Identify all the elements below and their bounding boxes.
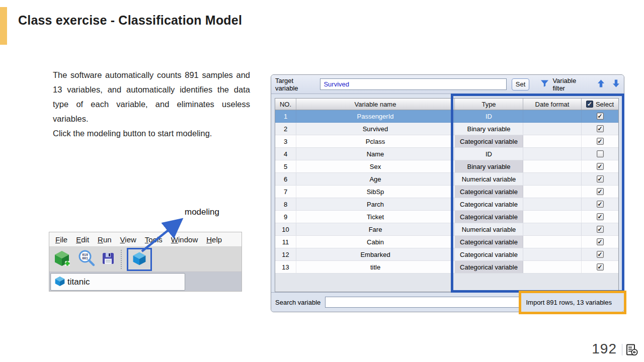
variable-type: Binary variable (455, 123, 523, 135)
table-row[interactable]: 3PclassCategorical variable (275, 135, 618, 148)
menu-run[interactable]: Run (98, 235, 112, 244)
variable-filter-label: Variable filter (552, 77, 588, 92)
row-select-checkbox[interactable] (597, 238, 604, 245)
row-number: 3 (275, 135, 296, 147)
select-cell (582, 261, 618, 273)
date-format-cell (523, 148, 582, 160)
table-row[interactable]: 8ParchCategorical variable (275, 198, 618, 211)
body-paragraph-2: Click the modeling button to start model… (53, 126, 250, 141)
row-select-checkbox[interactable] (597, 138, 604, 145)
col-header-select[interactable]: Select (582, 99, 618, 110)
svg-text:001: 001 (82, 256, 88, 260)
row-number: 1 (275, 110, 296, 122)
select-cell (582, 198, 618, 210)
row-number: 8 (275, 198, 296, 210)
variable-name: Age (296, 173, 455, 185)
row-number: 4 (275, 148, 296, 160)
row-select-checkbox[interactable] (597, 113, 604, 120)
variable-name: Ticket (296, 211, 455, 223)
table-row[interactable]: 9TicketCategorical variable (275, 211, 618, 223)
menu-edit[interactable]: Edit (76, 235, 89, 244)
date-format-cell (523, 135, 582, 147)
variable-name: PassengerId (296, 110, 455, 122)
row-select-checkbox[interactable] (597, 251, 604, 258)
variable-name: Sex (296, 160, 455, 172)
menu-view[interactable]: View (120, 235, 136, 244)
data-preview-magnifier-icon[interactable]: 010 001 (77, 249, 96, 269)
select-cell (582, 160, 618, 172)
variable-type: Categorical variable (455, 248, 523, 260)
col-header-variable-name[interactable]: Variable name (296, 99, 455, 110)
variable-name: title (296, 261, 455, 273)
select-cell (582, 123, 618, 135)
row-select-checkbox[interactable] (597, 226, 604, 233)
variable-type: Categorical variable (455, 261, 523, 273)
select-cell (582, 148, 618, 160)
table-row[interactable]: 6AgeNumerical variable (275, 173, 618, 186)
move-up-arrow-icon[interactable] (597, 79, 605, 89)
date-format-cell (523, 173, 582, 185)
table-row[interactable]: 10FareNumerical variable (275, 223, 618, 236)
table-row[interactable]: 7SibSpCategorical variable (275, 186, 618, 198)
toolbar-separator (121, 250, 122, 269)
row-select-checkbox[interactable] (597, 188, 604, 195)
filter-funnel-icon[interactable] (540, 79, 549, 89)
search-variable-input[interactable] (325, 297, 521, 308)
table-row[interactable]: 4NameID (275, 148, 618, 160)
row-select-checkbox[interactable] (597, 150, 604, 157)
variable-type: Numerical variable (455, 173, 523, 185)
select-all-checkbox[interactable] (586, 101, 593, 108)
date-format-cell (523, 223, 582, 235)
tab-titanic[interactable]: titanic (50, 273, 185, 291)
menu-file[interactable]: File (55, 235, 67, 244)
select-cell (582, 110, 618, 122)
table-row[interactable]: 13titleCategorical variable (275, 261, 618, 274)
modeling-annotation-arrow (137, 216, 187, 255)
date-format-cell (523, 123, 582, 135)
select-cell (582, 223, 618, 235)
body-text: The software automatically counts 891 sa… (53, 68, 250, 141)
variable-config-window: Target variable Set Variable filter NO. … (271, 74, 624, 312)
move-down-arrow-icon[interactable] (612, 79, 620, 89)
row-select-checkbox[interactable] (597, 263, 604, 270)
row-number: 9 (275, 211, 296, 223)
row-select-checkbox[interactable] (597, 201, 604, 208)
col-header-type[interactable]: Type (455, 99, 523, 110)
col-header-date-format[interactable]: Date format (523, 99, 582, 110)
target-variable-input[interactable] (320, 78, 506, 90)
set-button[interactable]: Set (512, 78, 530, 90)
title-accent-bar (0, 7, 7, 45)
menu-help[interactable]: Help (206, 235, 222, 244)
select-cell (582, 135, 618, 147)
variable-type: ID (455, 148, 523, 160)
save-floppy-icon[interactable] (102, 252, 115, 267)
variable-name: Pclass (296, 135, 455, 147)
page-title: Class exercise - Classification Model (18, 13, 242, 28)
row-select-checkbox[interactable] (597, 175, 604, 183)
document-notes-icon (625, 343, 638, 358)
table-row[interactable]: 12EmbarkedCategorical variable (275, 248, 618, 261)
row-select-checkbox[interactable] (597, 125, 604, 132)
search-bar: Search variable Import 891 rows, 13 vari… (271, 292, 624, 312)
table-row[interactable]: 1PassengerIdID (275, 110, 618, 123)
select-cell (582, 186, 618, 198)
row-select-checkbox[interactable] (597, 213, 604, 220)
table-row[interactable]: 11CabinCategorical variable (275, 236, 618, 248)
date-format-cell (523, 261, 582, 273)
select-cell (582, 173, 618, 185)
date-format-cell (523, 198, 582, 210)
variable-type: Categorical variable (455, 135, 523, 147)
variable-table: NO. Variable name Type Date format Selec… (275, 98, 619, 292)
body-paragraph-1: The software automatically counts 891 sa… (53, 68, 250, 126)
table-row[interactable]: 2SurvivedBinary variable (275, 123, 618, 135)
row-number: 12 (275, 248, 296, 260)
row-number: 13 (275, 261, 296, 273)
variable-name: Name (296, 148, 455, 160)
table-row[interactable]: 5SexBinary variable (275, 160, 618, 173)
row-select-checkbox[interactable] (597, 163, 604, 170)
new-data-cube-plus-icon[interactable] (53, 249, 71, 269)
svg-text:010: 010 (82, 253, 88, 256)
tab-label: titanic (67, 277, 90, 287)
col-header-no[interactable]: NO. (275, 99, 296, 110)
variable-name: Cabin (296, 236, 455, 248)
